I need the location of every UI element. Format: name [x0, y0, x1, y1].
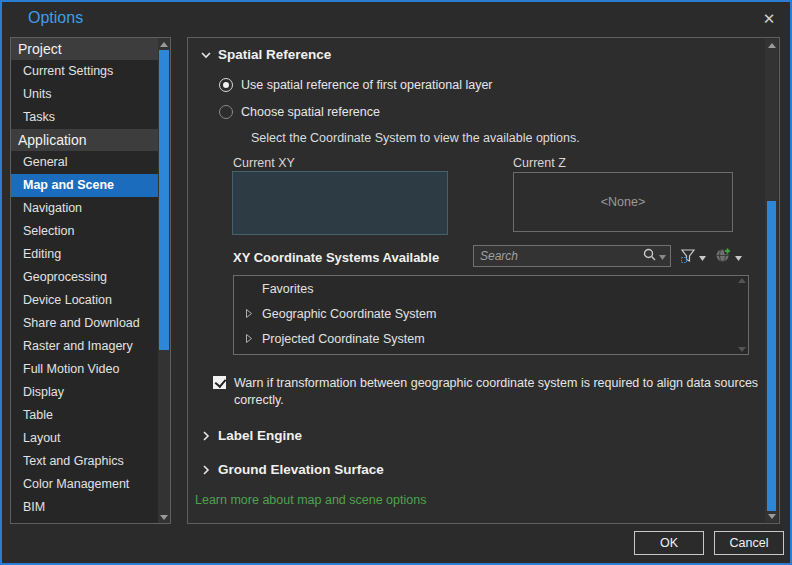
chevron-right-icon — [201, 431, 211, 441]
main-scrollbar[interactable] — [765, 39, 778, 522]
tree-item-geographic-coordinate-system[interactable]: Geographic Coordinate System — [234, 301, 748, 326]
search-dropdown-icon[interactable] — [659, 249, 666, 263]
section-title: Label Engine — [218, 428, 302, 443]
current-z-value-box[interactable]: <None> — [513, 172, 733, 232]
search-icon[interactable] — [643, 248, 656, 264]
expander-right-icon[interactable] — [242, 309, 256, 318]
radio-label: Choose spatial reference — [241, 105, 380, 119]
close-icon[interactable]: ✕ — [758, 8, 780, 30]
sidebar-item-share-and-download[interactable]: Share and Download — [11, 312, 158, 335]
expander-right-icon[interactable] — [242, 334, 256, 343]
scroll-down-icon[interactable] — [158, 511, 170, 523]
sidebar-item-geoprocessing[interactable]: Geoprocessing — [11, 266, 158, 289]
sidebar-item-current-settings[interactable]: Current Settings — [11, 60, 158, 83]
warn-checkbox-label: Warn if transformation between geographi… — [234, 375, 773, 409]
sidebar-item-general[interactable]: General — [11, 151, 158, 174]
tree-item-label: Geographic Coordinate System — [262, 307, 436, 321]
radio-unselected-icon[interactable] — [219, 105, 233, 119]
tree-item-label: Favorites — [262, 282, 313, 296]
section-title: Ground Elevation Surface — [218, 462, 384, 477]
radio-choose-spatial-reference[interactable]: Choose spatial reference — [219, 105, 380, 119]
current-xy-label: Current XY — [233, 156, 295, 170]
warn-transformation-checkbox-row[interactable]: Warn if transformation between geographi… — [213, 375, 773, 409]
coordinate-system-instruction: Select the Coordinate System to view the… — [251, 131, 580, 145]
checkbox-checked-icon[interactable] — [213, 376, 226, 389]
search-box-icons — [643, 248, 670, 264]
scroll-up-icon[interactable] — [765, 39, 778, 51]
sidebar-item-bim[interactable]: BIM — [11, 496, 158, 519]
filter-button[interactable] — [680, 246, 706, 268]
sidebar-item-table[interactable]: Table — [11, 404, 158, 427]
cancel-button[interactable]: Cancel — [714, 531, 784, 555]
tree-item-projected-coordinate-system[interactable]: Projected Coordinate System — [234, 326, 748, 351]
chevron-right-icon — [201, 465, 211, 475]
sidebar-scrollbar-thumb[interactable] — [159, 50, 169, 350]
sidebar-section-application: Application — [11, 129, 158, 151]
tree-item-favorites[interactable]: Favorites — [234, 276, 748, 301]
sidebar-item-device-location[interactable]: Device Location — [11, 289, 158, 312]
sidebar-item-display[interactable]: Display — [11, 381, 158, 404]
search-input[interactable] — [474, 249, 643, 263]
section-label-engine[interactable]: Label Engine — [201, 428, 302, 443]
funnel-icon — [680, 248, 696, 267]
sidebar-item-layout[interactable]: Layout — [11, 427, 158, 450]
xy-systems-available-label: XY Coordinate Systems Available — [233, 250, 439, 265]
sidebar-item-units[interactable]: Units — [11, 83, 158, 106]
sidebar-item-text-and-graphics[interactable]: Text and Graphics — [11, 450, 158, 473]
dialog-title: Options — [28, 9, 83, 27]
filter-dropdown-icon[interactable] — [699, 250, 706, 264]
title-bar: Options ✕ — [2, 2, 790, 36]
section-spatial-reference[interactable]: Spatial Reference — [201, 47, 331, 62]
section-title: Spatial Reference — [218, 47, 331, 62]
tree-scroll-down-icon[interactable] — [738, 347, 746, 352]
scroll-up-icon[interactable] — [158, 38, 170, 50]
sidebar-item-raster-and-imagery[interactable]: Raster and Imagery — [11, 335, 158, 358]
current-xy-value-box[interactable] — [233, 172, 447, 234]
current-z-label: Current Z — [513, 156, 566, 170]
ok-button[interactable]: OK — [634, 531, 704, 555]
globe-add-icon — [715, 247, 732, 267]
main-panel: Spatial Reference Use spatial reference … — [187, 37, 780, 524]
learn-more-link[interactable]: Learn more about map and scene options — [195, 493, 426, 507]
sidebar-list: Project Current Settings Units Tasks App… — [11, 38, 158, 523]
globe-dropdown-icon[interactable] — [735, 250, 742, 264]
tree-item-label: Projected Coordinate System — [262, 332, 425, 346]
scroll-down-icon[interactable] — [765, 510, 778, 522]
options-dialog: Options ✕ Project Current Settings Units… — [0, 0, 792, 565]
tree-scroll-up-icon[interactable] — [738, 278, 746, 283]
sidebar-item-selection[interactable]: Selection — [11, 220, 158, 243]
radio-label: Use spatial reference of first operation… — [241, 78, 493, 92]
sidebar-item-color-management[interactable]: Color Management — [11, 473, 158, 496]
sidebar-item-tasks[interactable]: Tasks — [11, 106, 158, 129]
sidebar-item-navigation[interactable]: Navigation — [11, 197, 158, 220]
section-ground-elevation-surface[interactable]: Ground Elevation Surface — [201, 462, 384, 477]
sidebar: Project Current Settings Units Tasks App… — [10, 37, 171, 524]
sidebar-scrollbar[interactable] — [158, 38, 170, 523]
add-coordinate-system-button[interactable] — [715, 246, 742, 268]
current-z-value: <None> — [601, 195, 645, 209]
sidebar-item-editing[interactable]: Editing — [11, 243, 158, 266]
sidebar-section-project: Project — [11, 38, 158, 60]
coordinate-system-tree: Favorites Geographic Coordinate System P… — [233, 275, 749, 355]
sidebar-item-full-motion-video[interactable]: Full Motion Video — [11, 358, 158, 381]
sidebar-item-map-and-scene[interactable]: Map and Scene — [11, 174, 158, 197]
main-scrollbar-thumb[interactable] — [767, 201, 776, 511]
chevron-down-icon — [201, 50, 211, 60]
radio-selected-icon[interactable] — [219, 78, 233, 92]
coordinate-search-box — [473, 245, 671, 267]
radio-first-operational-layer[interactable]: Use spatial reference of first operation… — [219, 78, 493, 92]
